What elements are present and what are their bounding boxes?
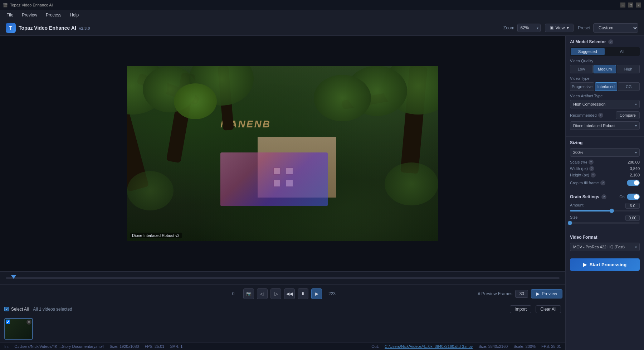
out-size: Size: 3840x2160 [478, 344, 508, 349]
timeline-area[interactable] [0, 271, 565, 284]
menu-preview[interactable]: Preview [18, 11, 41, 19]
type-progressive[interactable]: Progressive [570, 82, 594, 91]
zoom-select-wrapper[interactable]: 62% 50% 75% 100% [517, 24, 541, 32]
import-button[interactable]: Import [510, 305, 531, 313]
pause-button[interactable]: ⏸ [298, 288, 308, 299]
tab-suggested[interactable]: Suggested [571, 48, 605, 55]
in-label: In: [4, 344, 9, 349]
view-group: ▣ View ▾ [545, 24, 574, 32]
current-frame: 223 [325, 291, 339, 296]
size-slider-row: Size 0.00 [570, 215, 640, 224]
file-thumbnail[interactable]: × [4, 318, 33, 340]
view-button[interactable]: ▣ View ▾ [545, 24, 574, 32]
ai-model-help-icon[interactable]: ? [608, 39, 613, 44]
file-item[interactable]: × ...mentary.mp4 [4, 318, 33, 340]
crop-toggle[interactable] [627, 180, 640, 186]
video-quality-label: Video Quality [570, 59, 640, 63]
quality-medium[interactable]: Medium [594, 65, 616, 73]
screenshot-button[interactable]: 📷 [243, 288, 254, 299]
in-sar: SAR: 1 [170, 344, 182, 349]
preview-button[interactable]: ▶ Preview [531, 289, 562, 298]
scale-help-icon[interactable]: ? [589, 160, 594, 165]
width-label: Width (px) ? [570, 166, 594, 171]
zoom-select[interactable]: 62% 50% 75% 100% [517, 24, 541, 32]
quality-low[interactable]: Low [570, 65, 593, 73]
crop-help-icon[interactable]: ? [600, 180, 605, 185]
preset-select-wrapper[interactable]: Custom Default High Quality [593, 23, 638, 33]
scale-value: 200.00 [628, 160, 640, 164]
preview-frames-input[interactable] [515, 290, 528, 298]
clear-all-button[interactable]: Clear All [536, 305, 561, 313]
menu-file[interactable]: File [3, 11, 17, 19]
app-logo: T Topaz Video Enhance AI v2.3.0 [6, 23, 90, 33]
file-checkbox[interactable] [6, 320, 10, 324]
sizing-select[interactable]: 200% 100% 150% 400% Custom [570, 148, 640, 157]
recommended-row: Recommended ? Compare [570, 111, 640, 119]
app-icon-small: 🎬 [3, 3, 8, 8]
toolbar: T Topaz Video Enhance AI v2.3.0 Zoom 62%… [0, 20, 644, 36]
recommended-label: Recommended ? [570, 113, 603, 118]
recommended-help-icon[interactable]: ? [598, 113, 603, 118]
tab-all[interactable]: All [605, 48, 639, 55]
ai-model-section: AI Model Selector ? Suggested All Video … [566, 36, 644, 137]
size-slider-thumb[interactable] [568, 221, 572, 225]
amount-slider-track[interactable] [570, 210, 640, 212]
type-interlaced[interactable]: Interlaced [595, 82, 617, 91]
menu-process[interactable]: Process [42, 11, 65, 19]
scale-row: Scale (%) ? 200.00 [570, 160, 640, 165]
close-button[interactable]: × [636, 3, 641, 8]
play-button[interactable]: ▶ [311, 288, 322, 299]
title-bar-controls[interactable]: − □ × [620, 3, 641, 8]
app-title: Topaz Video Enhance AI v2.3.0 [19, 25, 90, 31]
output-path[interactable]: C:/Users/Nick/Videos/4...0x_3840x2160.dt… [385, 344, 473, 349]
rewind-button[interactable]: ◀◀ [284, 288, 295, 299]
status-bar-right: Out: C:/Users/Nick/Videos/4...0x_3840x21… [371, 344, 561, 349]
video-format-select-wrapper[interactable]: MOV - ProRes 422 HQ (Fast) MP4 - H.264 M… [570, 243, 640, 251]
start-processing-button[interactable]: ▶ Start Processing [570, 258, 640, 271]
file-name: ...mentary.mp4 [4, 342, 33, 342]
scrubber-track[interactable] [6, 277, 560, 279]
out-fps: FPS: 25.01 [541, 344, 561, 349]
sizing-select-wrapper[interactable]: 200% 100% 150% 400% Custom [570, 148, 640, 157]
all-selected-label: All 1 videos selected [33, 307, 72, 312]
menu-bar: File Preview Process Help [0, 10, 644, 20]
title-bar: 🎬 Topaz Video Enhance AI − □ × [0, 0, 644, 10]
preset-select[interactable]: Custom Default High Quality [593, 23, 638, 33]
scrubber-thumb[interactable] [11, 275, 16, 279]
width-help-icon[interactable]: ? [589, 166, 594, 171]
compare-button[interactable]: Compare [616, 111, 640, 119]
prev-marker-button[interactable]: ◁| [257, 288, 268, 299]
ai-model-title: AI Model Selector ? [570, 39, 640, 44]
type-cg[interactable]: CG [618, 82, 640, 91]
grain-help-icon[interactable]: ? [601, 194, 606, 199]
sizing-section: Sizing 200% 100% 150% 400% Custom Scale … [566, 137, 644, 190]
video-type-label: Video Type [570, 76, 640, 81]
scale-label: Scale (%) ? [570, 160, 594, 165]
recommended-select-wrapper[interactable]: Dione Interlaced Robust Dione Interlaced… [570, 121, 640, 130]
next-marker-button[interactable]: |▷ [270, 288, 281, 299]
artifact-select[interactable]: High Compression Low Compression Medium … [570, 100, 640, 108]
maximize-button[interactable]: □ [628, 3, 633, 8]
height-value: 2,160 [630, 173, 640, 177]
amount-slider-thumb[interactable] [610, 209, 614, 213]
grain-toggle-knob [634, 194, 639, 199]
recommended-select[interactable]: Dione Interlaced Robust Dione Interlaced… [570, 121, 640, 130]
file-list-area: ✓ Select All All 1 videos selected Impor… [0, 303, 565, 342]
select-all-checkbox[interactable]: ✓ Select All [4, 307, 29, 312]
menu-help[interactable]: Help [66, 11, 82, 19]
quality-high[interactable]: High [617, 65, 640, 73]
preview-frames-group: # Preview Frames ▶ Preview [478, 289, 562, 298]
recommended-group: Recommended ? Compare Dione Interlaced R… [570, 111, 640, 130]
file-remove-button[interactable]: × [26, 320, 31, 325]
minimize-button[interactable]: − [620, 3, 625, 8]
size-slider-track[interactable] [570, 222, 640, 224]
playback-controls: 0 📷 ◁| |▷ ◀◀ ⏸ ▶ 223 # Preview Frames ▶ … [0, 284, 565, 303]
grain-toggle[interactable] [627, 194, 640, 200]
artifact-select-wrapper[interactable]: High Compression Low Compression Medium … [570, 100, 640, 108]
video-format-select[interactable]: MOV - ProRes 422 HQ (Fast) MP4 - H.264 M… [570, 243, 640, 251]
select-all-checkbox-icon[interactable]: ✓ [4, 307, 9, 311]
height-help-icon[interactable]: ? [591, 172, 596, 178]
grain-toggle-area: On [619, 194, 640, 200]
sizing-title: Sizing [570, 140, 640, 145]
file-list-toolbar: ✓ Select All All 1 videos selected Impor… [0, 303, 565, 315]
